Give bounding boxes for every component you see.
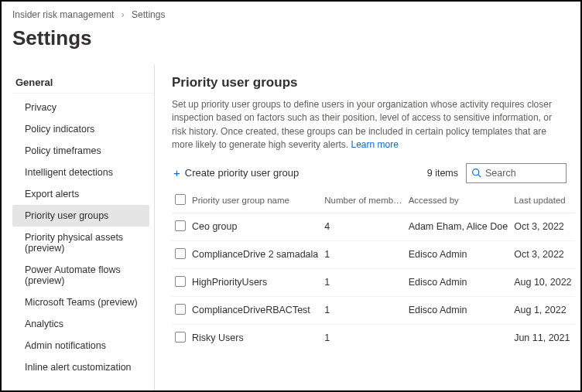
cell-accessed-by: Edisco Admin (406, 240, 512, 268)
cell-last-updated: Jun 11, 2021 (511, 324, 574, 352)
table-row[interactable]: Risky Users1Jun 11, 2021 (172, 324, 575, 352)
page-title: Settings (2, 23, 580, 64)
sidebar-item-priority-user-groups[interactable]: Priority user groups (12, 205, 149, 227)
sidebar-item-priority-physical-assets-preview[interactable]: Priority physical assets (preview) (12, 227, 149, 259)
cell-name[interactable]: ComplianceDrive 2 samadala (189, 240, 321, 268)
table-header-row: Priority user group name Number of memb…… (172, 188, 575, 213)
main-content: Priority user groups Set up priority use… (155, 64, 580, 392)
sidebar: General PrivacyPolicy indicatorsPolicy t… (2, 64, 155, 392)
row-checkbox[interactable] (175, 304, 186, 315)
cell-accessed-by: Edisco Admin (406, 268, 512, 296)
cell-name[interactable]: ComplianceDriveRBACTest (189, 296, 321, 324)
row-select-cell (172, 240, 189, 268)
row-checkbox[interactable] (175, 248, 186, 259)
cell-name[interactable]: Risky Users (189, 324, 321, 352)
toolbar: + Create priority user group 9 items (172, 163, 567, 183)
create-priority-user-group-button[interactable]: + Create priority user group (172, 164, 300, 182)
section-title: Priority user groups (172, 75, 567, 90)
table-row[interactable]: Ceo group4Adam Eham, Alice DoeOct 3, 202… (172, 213, 575, 240)
select-all-checkbox[interactable] (175, 194, 186, 205)
sidebar-item-intelligent-detections[interactable]: Intelligent detections (12, 162, 149, 183)
cell-last-updated: Aug 1, 2022 (511, 296, 574, 324)
sidebar-item-policy-indicators[interactable]: Policy indicators (12, 118, 149, 140)
svg-point-0 (473, 169, 479, 176)
search-input[interactable] (485, 168, 561, 179)
row-checkbox[interactable] (175, 276, 186, 287)
column-header-updated[interactable]: Last updated (511, 188, 574, 213)
sidebar-item-privacy[interactable]: Privacy (12, 97, 149, 118)
column-header-name[interactable]: Priority user group name (189, 188, 321, 213)
cell-members: 4 (321, 213, 405, 240)
column-header-accessed[interactable]: Accessed by (406, 188, 512, 213)
column-header-members[interactable]: Number of memb… (321, 188, 405, 213)
table-row[interactable]: ComplianceDriveRBACTest1Edisco AdminAug … (172, 296, 575, 324)
sidebar-item-inline-alert-customization[interactable]: Inline alert customization (12, 356, 149, 378)
table-row[interactable]: ComplianceDrive 2 samadala1Edisco AdminO… (172, 240, 575, 268)
search-icon (471, 168, 481, 178)
cell-last-updated: Aug 10, 2022 (511, 268, 574, 296)
cell-last-updated: Oct 3, 2022 (511, 213, 574, 240)
sidebar-item-admin-notifications[interactable]: Admin notifications (12, 335, 149, 356)
table-row[interactable]: HighPriorityUsers1Edisco AdminAug 10, 20… (172, 268, 575, 296)
cell-name[interactable]: Ceo group (189, 213, 321, 240)
item-count: 9 items (427, 168, 458, 179)
cell-members: 1 (321, 268, 405, 296)
row-checkbox[interactable] (175, 220, 186, 231)
create-button-label: Create priority user group (185, 167, 299, 179)
cell-accessed-by (406, 324, 512, 352)
sidebar-item-microsoft-teams-preview[interactable]: Microsoft Teams (preview) (12, 291, 149, 313)
sidebar-item-policy-timeframes[interactable]: Policy timeframes (12, 140, 149, 162)
sidebar-item-analytics[interactable]: Analytics (12, 313, 149, 335)
row-select-cell (172, 296, 189, 324)
cell-members: 1 (321, 240, 405, 268)
cell-accessed-by: Edisco Admin (406, 296, 512, 324)
row-select-cell (172, 324, 189, 352)
sidebar-heading-general[interactable]: General (12, 72, 154, 94)
breadcrumb-root[interactable]: Insider risk management (12, 9, 114, 20)
plus-icon: + (173, 167, 180, 179)
priority-user-groups-table: Priority user group name Number of memb…… (172, 188, 575, 352)
row-select-cell (172, 213, 189, 240)
section-description: Set up priority user groups to define us… (172, 98, 567, 152)
cell-name[interactable]: HighPriorityUsers (189, 268, 321, 296)
cell-members: 1 (321, 296, 405, 324)
column-header-select[interactable] (172, 188, 189, 213)
sidebar-item-power-automate-flows-preview[interactable]: Power Automate flows (preview) (12, 259, 149, 291)
search-box[interactable] (466, 163, 567, 183)
breadcrumb-current: Settings (132, 9, 165, 20)
cell-accessed-by: Adam Eham, Alice Doe (406, 213, 512, 240)
sidebar-item-export-alerts[interactable]: Export alerts (12, 183, 149, 205)
cell-last-updated: Oct 3, 2022 (511, 240, 574, 268)
chevron-right-icon: › (122, 9, 125, 20)
learn-more-link[interactable]: Learn more (351, 139, 398, 150)
row-select-cell (172, 268, 189, 296)
cell-members: 1 (321, 324, 405, 352)
row-checkbox[interactable] (175, 332, 186, 343)
breadcrumb: Insider risk management › Settings (2, 2, 580, 23)
svg-line-1 (478, 175, 481, 177)
